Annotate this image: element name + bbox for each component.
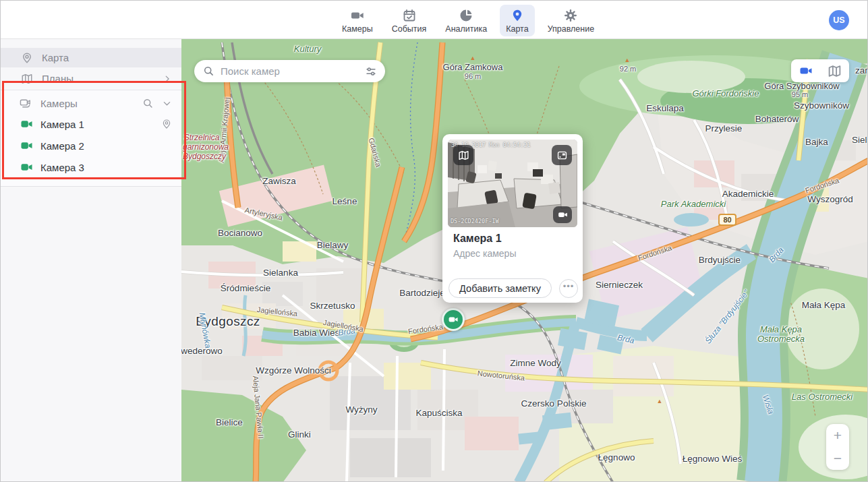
map-label: Wyżyny <box>345 404 377 415</box>
open-video-button[interactable] <box>553 206 572 223</box>
tab-management[interactable]: Управление <box>542 5 601 36</box>
map-label: Bocianowo <box>218 228 262 238</box>
road-shield-80: 80 <box>718 214 736 226</box>
map-layer-switcher <box>791 59 849 82</box>
zoom-in-button[interactable]: + <box>826 424 849 447</box>
show-on-map-pin-icon[interactable] <box>161 119 172 129</box>
search-icon <box>203 65 214 77</box>
map-label: Kultury <box>294 44 321 54</box>
map-label: Strzelnica <box>184 133 220 142</box>
cameras-section-title: Камеры <box>40 98 134 109</box>
tab-map[interactable]: Карта <box>500 5 534 36</box>
map-label: Las Ostromecki <box>792 392 852 402</box>
camera-thumbnail[interactable]: 30-10-2017 Mon 04:54:21 DS-2CD2420F-IW <box>448 140 577 227</box>
popup-camera-name: Камера 1 <box>453 233 502 245</box>
layer-cameras-button[interactable] <box>791 59 820 82</box>
plans-map-icon <box>21 73 33 85</box>
map-zoom-control: + − <box>826 424 849 470</box>
map-label: Śródmieście <box>221 283 270 293</box>
map-label: Bohaterów <box>755 114 799 124</box>
camera-list-item-3[interactable]: Камера 3 <box>1 156 181 178</box>
pie-chart-icon <box>459 9 473 22</box>
map-label: Zimne Wody <box>510 358 561 368</box>
more-actions-button[interactable]: ••• <box>559 279 578 298</box>
map-label: Babia Wieś <box>293 328 339 338</box>
map-label: zań <box>855 65 868 76</box>
map-label: Bydgoszczy <box>183 152 226 161</box>
osd-camera-model: DS-2CD2420F-IW <box>451 218 499 224</box>
camera-list-item-1[interactable]: Камера 1 <box>1 113 181 135</box>
map-label: Glinki <box>288 429 311 440</box>
top-navigation-bar: Камеры События Аналитика Карта Управлени… <box>1 1 867 39</box>
show-on-plan-button[interactable] <box>453 145 473 165</box>
camera-list-item-2[interactable]: Камера 2 <box>1 135 181 156</box>
tab-cameras[interactable]: Камеры <box>336 5 379 36</box>
video-camera-icon <box>558 210 568 220</box>
app-window: BydgoszczZawiszaLeśneBocianowoBielawySie… <box>0 0 868 482</box>
location-pin-icon <box>511 9 524 22</box>
main-tabs: Камеры События Аналитика Карта Управлени… <box>336 5 600 36</box>
tab-label: Управление <box>548 24 595 34</box>
search-icon[interactable] <box>142 98 154 109</box>
map-label: Sielsk <box>852 135 868 145</box>
sidebar-item-plans[interactable]: Планы <box>1 69 181 88</box>
camera-map-marker[interactable] <box>442 308 465 331</box>
map-label: Sielanka <box>263 268 298 278</box>
add-note-button[interactable]: Добавить заметку <box>449 278 552 298</box>
map-label: Skrzetusko <box>310 301 355 311</box>
zoom-out-button[interactable]: − <box>826 447 849 470</box>
sidebar-item-label: Карта <box>42 52 172 63</box>
map-label: Wzgórze Wolności <box>256 365 331 375</box>
tab-label: Карта <box>506 24 528 34</box>
map-label: 96 m <box>465 72 481 80</box>
left-sidebar: Карта Планы Камеры Камера 1 Камера 2 <box>1 39 181 481</box>
map-label: Łęgnowo <box>598 452 635 462</box>
search-input[interactable] <box>221 65 359 77</box>
map-label: Mała Kępa <box>760 324 802 334</box>
open-in-window-button[interactable] <box>552 145 572 165</box>
chevron-right-icon <box>163 74 172 84</box>
map-label: Mała Kępa <box>802 300 846 310</box>
map-label: Przylesie <box>705 123 743 133</box>
cameras-group-icon <box>20 97 32 110</box>
camera-layer-icon <box>799 64 813 78</box>
cameras-section-header[interactable]: Камеры <box>1 93 181 113</box>
chevron-down-icon[interactable] <box>162 98 172 109</box>
map-label: ▲ <box>657 398 663 404</box>
plan-map-icon <box>458 150 469 161</box>
map-label: Wyszogród <box>807 194 852 204</box>
map-label: garnizonowa <box>183 142 229 152</box>
tab-analytics[interactable]: Аналитика <box>439 5 493 36</box>
picture-in-picture-icon <box>556 150 568 161</box>
camera-status-icon <box>21 142 32 150</box>
sidebar-item-map[interactable]: Карта <box>1 48 181 67</box>
map-label: Kapuściska <box>415 408 462 418</box>
tab-events[interactable]: События <box>386 5 433 36</box>
map-label: Bartodzieje <box>399 288 445 298</box>
map-layer-icon <box>828 64 842 78</box>
camera-name: Камера 1 <box>40 119 84 130</box>
map-label: Siernieczek <box>596 280 643 290</box>
layer-map-button[interactable] <box>820 59 849 82</box>
user-avatar[interactable]: US <box>829 10 849 30</box>
calendar-check-icon <box>403 9 416 22</box>
map-label: Łęgnowo Wieś <box>683 454 743 464</box>
tab-label: Камеры <box>342 24 373 34</box>
map-canvas[interactable]: BydgoszczZawiszaLeśneBocianowoBielawySie… <box>181 39 868 482</box>
map-label: Zawisza <box>262 176 296 186</box>
location-pin-icon <box>21 52 33 64</box>
map-label: ▲ <box>470 55 476 61</box>
camera-marker-icon <box>448 314 459 325</box>
filter-icon[interactable] <box>365 65 377 78</box>
map-label: wederowo <box>181 346 223 356</box>
camera-name: Камера 2 <box>40 140 84 152</box>
map-label: ▲ <box>625 57 631 63</box>
popup-camera-address: Адрес камеры <box>453 248 516 259</box>
camera-search-bar[interactable] <box>194 60 385 82</box>
map-label: 95 m <box>792 90 808 98</box>
map-label: Szybowników <box>794 100 849 111</box>
camera-status-icon <box>21 163 32 171</box>
camera-status-icon <box>21 120 32 128</box>
map-label: Brdyujście <box>699 255 741 265</box>
map-label: Eskulapa <box>646 103 684 113</box>
